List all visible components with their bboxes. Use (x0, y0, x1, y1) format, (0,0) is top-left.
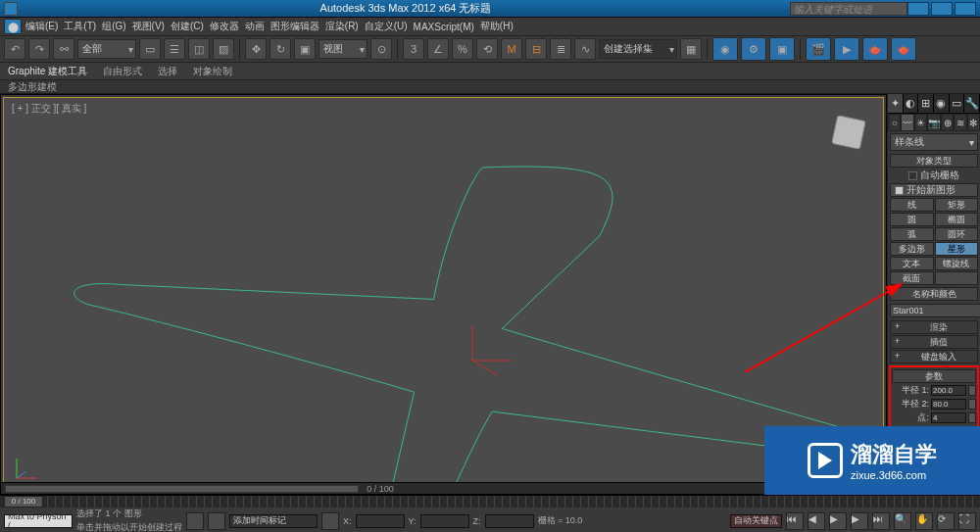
menu-maxscript[interactable]: MAXScript(M) (412, 22, 476, 32)
play-prev-icon[interactable]: ◀ (808, 512, 825, 530)
x-coord-input[interactable] (356, 514, 405, 528)
menu-group[interactable]: 组(G) (100, 20, 127, 33)
layer-icon[interactable]: ≣ (550, 38, 571, 60)
render-last-icon[interactable]: 🫖 (862, 37, 888, 61)
cat-helpers-icon[interactable]: ⊕ (941, 114, 954, 131)
menu-create[interactable]: 创建(C) (169, 20, 206, 33)
btn-circle[interactable]: 圆 (890, 213, 934, 226)
start-new-shape-checkbox[interactable] (895, 186, 904, 195)
play-icon[interactable]: ▶ (829, 512, 847, 530)
btn-arc[interactable]: 弧 (890, 227, 934, 241)
btn-section[interactable]: 截面 (890, 271, 934, 285)
ribbon-tab-freeform[interactable]: 自由形式 (103, 65, 142, 78)
render-setup-icon[interactable]: ⚙ (741, 37, 766, 61)
ribbon-tab-object-paint[interactable]: 对象绘制 (193, 65, 232, 78)
select-icon[interactable]: ▭ (139, 38, 161, 60)
tab-display-icon[interactable]: ▭ (950, 94, 965, 113)
cat-lights-icon[interactable]: ☀ (914, 114, 927, 131)
menu-rendering[interactable]: 渲染(R) (323, 20, 361, 33)
selection-filter-dropdown[interactable]: 全部 (77, 39, 136, 59)
cat-geometry-icon[interactable]: ○ (888, 114, 901, 131)
points-spinner[interactable]: 4 (931, 412, 966, 423)
btn-donut[interactable]: 圆环 (935, 227, 979, 241)
scrollbar-thumb[interactable] (5, 485, 359, 493)
nav-max-icon[interactable]: ⛶ (958, 512, 976, 530)
rollout-keyboard-entry[interactable]: 键盘输入 (890, 350, 978, 363)
scale-icon[interactable]: ▣ (294, 38, 316, 60)
angle-snap-icon[interactable]: ∠ (427, 38, 449, 60)
select-region-icon[interactable]: ◫ (188, 38, 210, 60)
lock-selection-icon[interactable] (186, 512, 204, 530)
track-bar[interactable]: 0 / 100 (0, 496, 980, 508)
menu-edit[interactable]: 编辑(E) (24, 20, 60, 33)
btn-line[interactable]: 线 (890, 198, 934, 212)
spinner-buttons[interactable] (968, 399, 976, 410)
viewport[interactable]: [ + ] 正交 ][ 真实 ] (3, 97, 884, 492)
menu-view[interactable]: 视图(V) (130, 20, 167, 33)
named-selection-input[interactable]: 创建选择集 (599, 39, 677, 59)
time-tag-input[interactable]: 添加时间标记 (229, 514, 318, 528)
nav-zoom-icon[interactable]: 🔍 (894, 512, 911, 530)
render-frame-icon[interactable]: ▣ (769, 37, 795, 61)
ref-coord-dropdown[interactable]: 视图 (318, 39, 368, 59)
material-editor-icon[interactable]: ◉ (712, 37, 738, 61)
link-icon[interactable]: ⚯ (53, 38, 74, 60)
play-start-icon[interactable]: ⏮ (786, 512, 804, 530)
btn-rectangle[interactable]: 矩形 (935, 198, 979, 212)
undo-icon[interactable]: ↶ (4, 38, 25, 60)
window-crossing-icon[interactable]: ▨ (213, 38, 234, 60)
rollout-object-type[interactable]: 对象类型 (890, 154, 978, 168)
play-next-icon[interactable]: ▶ (851, 512, 868, 530)
btn-ellipse[interactable]: 椭圆 (935, 213, 979, 226)
rollout-parameters-head[interactable]: 参数 (892, 369, 976, 383)
render-production-icon[interactable]: 🎬 (806, 37, 831, 61)
snap-icon[interactable]: 3 (403, 38, 424, 60)
help-search-input[interactable]: 输入关键字或短语 (790, 2, 907, 16)
render-iterative-icon[interactable]: ▶ (834, 37, 859, 61)
mirror-icon[interactable]: M (501, 38, 522, 60)
menu-graph-editors[interactable]: 图形编辑器 (269, 20, 321, 33)
cat-systems-icon[interactable]: ✻ (967, 114, 980, 131)
ribbon-tab-selection[interactable]: 选择 (158, 65, 177, 78)
coord-lock-icon[interactable] (321, 512, 339, 530)
minimize-button[interactable] (907, 2, 929, 16)
radius2-spinner[interactable]: 80.0 (931, 399, 966, 410)
menu-animation[interactable]: 动画 (243, 20, 267, 33)
move-icon[interactable]: ✥ (245, 38, 267, 60)
app-menu-icon[interactable]: ⬤ (4, 19, 22, 34)
maximize-button[interactable] (931, 2, 953, 16)
rollout-name-color[interactable]: 名称和颜色 (890, 287, 978, 301)
tab-utilities-icon[interactable]: 🔧 (964, 94, 980, 113)
cat-spacewarps-icon[interactable]: ≋ (954, 114, 966, 131)
select-name-icon[interactable]: ☰ (164, 38, 185, 60)
percent-snap-icon[interactable]: % (452, 38, 473, 60)
time-ruler[interactable] (47, 496, 976, 508)
align-icon[interactable]: ⊟ (525, 38, 547, 60)
graphite-icon[interactable]: ▦ (680, 38, 702, 60)
pivot-icon[interactable]: ⊙ (370, 38, 392, 60)
quick-render-icon[interactable]: 🫖 (891, 37, 916, 61)
timeline-scrollbar[interactable]: 0 / 100 (1, 482, 886, 494)
menu-help[interactable]: 帮助(H) (478, 20, 515, 33)
rollout-interpolation[interactable]: 插值 (890, 335, 978, 349)
menu-customize[interactable]: 自定义(U) (363, 20, 410, 33)
rollout-rendering[interactable]: 渲染 (890, 320, 978, 334)
menu-modifiers[interactable]: 修改器 (208, 20, 241, 33)
cat-shapes-icon[interactable]: 〰 (901, 114, 913, 131)
redo-icon[interactable]: ↷ (28, 38, 50, 60)
object-name-input[interactable] (890, 304, 980, 317)
spinner-buttons[interactable] (968, 385, 976, 396)
radius1-spinner[interactable]: 200.0 (931, 385, 966, 396)
time-slider[interactable]: 0 / 100 (4, 496, 43, 508)
y-coord-input[interactable] (420, 514, 469, 528)
maxscript-listener[interactable]: Max to Physon ( (4, 514, 73, 528)
isolate-icon[interactable] (208, 512, 225, 530)
tab-hierarchy-icon[interactable]: ⊞ (918, 94, 934, 113)
close-button[interactable] (955, 2, 976, 16)
ribbon-panel-label[interactable]: 多边形建模 (8, 80, 57, 94)
shape-type-dropdown[interactable]: 样条线 (890, 133, 978, 151)
btn-text[interactable]: 文本 (890, 257, 934, 270)
spinner-snap-icon[interactable]: ⟲ (476, 38, 498, 60)
play-end-icon[interactable]: ⏭ (872, 512, 890, 530)
cat-cameras-icon[interactable]: 📷 (927, 114, 941, 131)
